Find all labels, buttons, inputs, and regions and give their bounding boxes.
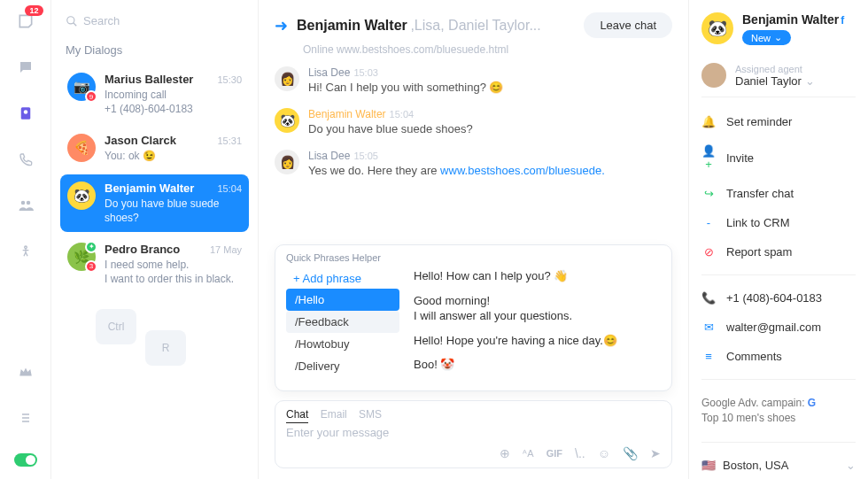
agent-avatar xyxy=(701,63,726,88)
phrase-suggestion[interactable]: Boo! 🤡 xyxy=(414,357,661,373)
message-author: Lisa Dee xyxy=(308,150,350,162)
svg-point-4 xyxy=(24,246,27,249)
flag-icon: 🇺🇸 xyxy=(701,459,716,472)
translate-icon[interactable]: ᴬA xyxy=(523,448,533,460)
add-phrase-button[interactable]: + Add phrase xyxy=(286,268,399,289)
nav-settings[interactable] xyxy=(15,407,36,429)
contact-email[interactable]: ✉walter@gmail.com xyxy=(701,315,856,339)
set-reminder-action[interactable]: 🔔Set reminder xyxy=(701,110,856,134)
emoji-icon[interactable]: ☺ xyxy=(598,446,610,460)
facebook-icon[interactable]: f xyxy=(841,14,844,27)
phrase-suggestion[interactable]: Hello! Hope you're having a nice day.😊 xyxy=(414,333,661,349)
message: 👩 Lisa Dee15:03 Hi! Can I help you with … xyxy=(275,66,672,94)
dialog-snippet: Do you have blue suede shoes? xyxy=(105,197,242,225)
dialog-item[interactable]: 🌿✦3 Pedro Branco17 May I need some help.… xyxy=(60,236,249,293)
nav-team[interactable] xyxy=(15,195,36,216)
phrase-item-selected[interactable]: /Hello xyxy=(286,289,399,311)
invite-icon: 👤+ xyxy=(701,144,716,171)
search-input[interactable]: Search xyxy=(60,12,249,40)
dialog-snippet: I need some help.I want to order this in… xyxy=(105,258,242,286)
dialogs-panel: Search My Dialogs 📷9 Marius Ballester15:… xyxy=(51,0,259,479)
dialog-item[interactable]: 📷9 Marius Ballester15:30 Incoming call+1… xyxy=(60,66,249,123)
phrase-suggestion[interactable]: Hello! How can I help you? 👋 xyxy=(414,268,661,284)
avatar: 📷9 xyxy=(67,73,96,101)
chevron-down-icon: ⌄ xyxy=(774,32,782,43)
transfer-icon: ↪ xyxy=(701,187,716,200)
search-placeholder: Search xyxy=(83,14,120,27)
inbox-badge: 12 xyxy=(25,5,43,16)
keyboard-hint: Ctrl R xyxy=(60,297,249,366)
link-icon: - xyxy=(701,216,716,229)
gif-button[interactable]: GIF xyxy=(546,448,562,459)
message-input[interactable]: Enter your message xyxy=(286,426,661,439)
agent-name: Daniel Taylor xyxy=(735,74,802,88)
dialog-time: 15:31 xyxy=(217,135,242,146)
dialog-badge: 3 xyxy=(85,260,97,273)
contact-location[interactable]: 🇺🇸Boston, USA ⌄ xyxy=(701,453,856,477)
chevron-down-icon: ⌄ xyxy=(846,459,856,472)
message-text: Hi! Can I help you with something? 😊 xyxy=(308,81,504,94)
composer-tab-email[interactable]: Email xyxy=(321,408,347,421)
invite-action[interactable]: 👤+Invite xyxy=(701,139,856,176)
target-icon[interactable]: ⊕ xyxy=(500,446,510,460)
command-icon[interactable]: \.. xyxy=(575,446,585,460)
svg-point-5 xyxy=(67,16,74,23)
message-list: 👩 Lisa Dee15:03 Hi! Can I help you with … xyxy=(259,66,688,244)
phrase-item[interactable]: /Delivery xyxy=(286,355,399,377)
svg-point-2 xyxy=(20,201,25,205)
key-r: R xyxy=(145,330,186,366)
message-avatar: 👩 xyxy=(275,150,299,174)
chat-panel: ➜ Benjamin Walter ,Lisa, Daniel Taylor..… xyxy=(259,0,689,479)
email-icon: ✉ xyxy=(701,321,716,334)
svg-point-1 xyxy=(23,110,27,114)
avatar: 🐼 xyxy=(67,182,96,210)
online-toggle[interactable] xyxy=(14,453,37,467)
leave-chat-button[interactable]: Leave chat xyxy=(584,12,672,38)
nav-crown[interactable] xyxy=(15,361,36,382)
dialog-snippet: Incoming call+1 (408)-604-0183 xyxy=(105,88,242,116)
nav-inbox[interactable]: 12 xyxy=(15,11,36,32)
dialog-time: 15:30 xyxy=(217,74,242,85)
composer-tab-sms[interactable]: SMS xyxy=(359,408,382,421)
nav-rail: 12 xyxy=(0,0,51,479)
forward-icon[interactable]: ➜ xyxy=(275,16,288,35)
link-crm-action[interactable]: -Link to CRM xyxy=(701,211,856,235)
dialog-name: Marius Ballester xyxy=(105,73,193,86)
report-spam-action[interactable]: ⊘Report spam xyxy=(701,240,856,264)
message-avatar: 👩 xyxy=(275,66,299,91)
bell-icon: 🔔 xyxy=(701,115,716,128)
dialogs-title: My Dialogs xyxy=(66,43,249,57)
message-avatar: 🐼 xyxy=(275,108,299,133)
composer-tabs: Chat Email SMS xyxy=(286,408,661,421)
dialog-badge-top: ✦ xyxy=(85,241,97,253)
search-icon xyxy=(66,15,78,27)
dialog-item-selected[interactable]: 🐼 Benjamin Walter15:04 Do you have blue … xyxy=(60,174,249,232)
message: 🐼 Benjamin Walter15:04 Do you have blue … xyxy=(275,108,672,135)
message: 👩 Lisa Dee15:05 Yes we do. Here they are… xyxy=(275,150,672,177)
phrase-suggestion[interactable]: Good morning! I will answer all your que… xyxy=(414,293,661,324)
nav-accessibility[interactable] xyxy=(15,241,36,262)
message-text: Do you have blue suede shoes? xyxy=(308,122,473,135)
contact-phone[interactable]: 📞+1 (408)-604-0183 xyxy=(701,286,856,310)
avatar: 🍕 xyxy=(67,134,96,162)
assigned-agent[interactable]: Assigned agent Daniel Taylor ⌄ xyxy=(701,54,856,97)
contact-comments[interactable]: ≡Comments xyxy=(701,344,856,368)
message-link[interactable]: www.bestshoes.com/bluesuede. xyxy=(440,164,605,177)
phrase-item[interactable]: /Howtobuy xyxy=(286,333,399,355)
chat-header: ➜ Benjamin Walter ,Lisa, Daniel Taylor..… xyxy=(259,0,688,43)
campaign-info: Google Adv. campain: GTop 10 men's shoes xyxy=(701,390,856,431)
send-button[interactable]: ➤ xyxy=(650,446,661,460)
chat-title-rest: ,Lisa, Daniel Taylor... xyxy=(410,18,540,33)
phrase-item[interactable]: /Feedback xyxy=(286,311,399,333)
nav-chat[interactable] xyxy=(15,57,36,78)
transfer-chat-action[interactable]: ↪Transfer chat xyxy=(701,182,856,205)
dialog-item[interactable]: 🍕 Jason Clarck15:31 You: ok 😉 xyxy=(60,127,249,170)
new-badge[interactable]: New ⌄ xyxy=(742,30,791,45)
nav-calls[interactable] xyxy=(15,149,36,170)
message-text: Yes we do. Here they are www.bestshoes.c… xyxy=(308,164,605,177)
composer-tab-chat[interactable]: Chat xyxy=(286,408,308,423)
attachment-icon[interactable]: 📎 xyxy=(623,446,638,460)
message-author: Lisa Dee xyxy=(308,66,350,79)
nav-contacts[interactable] xyxy=(15,103,36,124)
info-panel: 🐼 Benjamin Walterf New ⌄ Assigned agent … xyxy=(689,0,868,479)
